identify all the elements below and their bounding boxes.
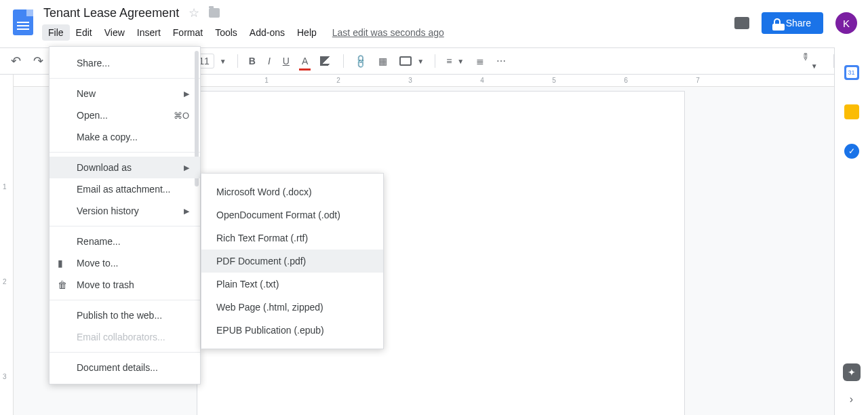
submenu-item-rtf[interactable]: Rich Text Format (.rtf) <box>201 226 383 250</box>
menu-insert[interactable]: Insert <box>131 24 167 41</box>
separator <box>343 54 344 68</box>
menu-edit[interactable]: Edit <box>70 24 98 41</box>
menu-item-email-collaborators: Email collaborators... <box>50 326 200 348</box>
submenu-item-epub[interactable]: EPUB Publication (.epub) <box>201 319 383 342</box>
share-label: Share <box>786 18 811 28</box>
line-spacing-button[interactable]: ≣ <box>472 53 488 69</box>
ruler-tick: 2 <box>3 278 7 285</box>
menu-separator <box>50 226 200 226</box>
star-icon[interactable]: ☆ <box>189 5 199 20</box>
menu-item-open[interactable]: Open...⌘O <box>50 104 200 126</box>
insert-link-button[interactable]: 🔗 <box>348 48 373 73</box>
header: Tenant Lease Agreement ☆ File Edit View … <box>0 0 868 47</box>
menu-item-make-copy[interactable]: Make a copy... <box>50 126 200 148</box>
account-avatar[interactable]: K <box>835 12 857 34</box>
menu-item-share[interactable]: Share... <box>50 52 200 74</box>
insert-comment-button[interactable]: ▦ <box>374 53 391 69</box>
menu-separator <box>50 78 200 79</box>
underline-button[interactable]: U <box>279 53 294 69</box>
rail-bottom: ✦ › <box>843 363 861 406</box>
comments-icon[interactable] <box>734 17 749 29</box>
tasks-icon[interactable] <box>844 144 859 159</box>
more-toolbar-button[interactable]: ⋯ <box>492 53 511 69</box>
menu-addons[interactable]: Add-ons <box>243 24 291 41</box>
title-row: Tenant Lease Agreement ☆ <box>38 5 734 20</box>
menu-item-document-details[interactable]: Document details... <box>50 357 200 378</box>
docs-logo-icon[interactable] <box>13 9 33 35</box>
menu-help[interactable]: Help <box>291 24 323 41</box>
menu-format[interactable]: Format <box>167 24 209 41</box>
highlight-icon <box>320 56 332 66</box>
keyboard-shortcut: ⌘O <box>174 111 189 121</box>
folder-icon: ▮ <box>58 258 63 269</box>
hide-side-panel-button[interactable]: › <box>850 393 853 406</box>
explore-button[interactable]: ✦ <box>843 363 861 381</box>
submenu-item-txt[interactable]: Plain Text (.txt) <box>201 273 383 296</box>
menu-separator <box>50 352 200 353</box>
ruler-tick: 1 <box>3 183 7 191</box>
document-title[interactable]: Tenant Lease Agreement <box>43 6 179 20</box>
menu-view[interactable]: View <box>98 24 131 41</box>
separator <box>237 54 238 68</box>
ruler-number: 1 <box>231 77 302 84</box>
chevron-down-icon: ▼ <box>220 58 226 65</box>
ruler-number: 5 <box>518 77 590 84</box>
download-as-submenu: Microsoft Word (.docx) OpenDocument Form… <box>201 173 384 349</box>
chevron-down-icon: ▼ <box>811 62 818 70</box>
calendar-icon[interactable] <box>844 65 859 80</box>
menu-item-move-to-trash[interactable]: 🗑Move to trash <box>50 274 200 296</box>
ruler-number: 3 <box>374 77 446 84</box>
menu-tools[interactable]: Tools <box>209 24 243 41</box>
menu-item-new[interactable]: New▶ <box>50 83 200 104</box>
chevron-down-icon: ▼ <box>417 58 424 65</box>
submenu-arrow-icon: ▶ <box>184 163 189 172</box>
side-panel-rail: ✦ › <box>834 47 868 415</box>
menu-separator <box>50 152 200 153</box>
keep-icon[interactable] <box>844 104 859 119</box>
redo-button[interactable]: ↷ <box>29 51 47 71</box>
menu-item-email-attachment[interactable]: Email as attachment... <box>50 178 200 200</box>
folder-icon[interactable] <box>209 8 220 18</box>
menu-bar: File Edit View Insert Format Tools Add-o… <box>38 20 734 46</box>
submenu-arrow-icon: ▶ <box>184 207 189 216</box>
bold-button[interactable]: B <box>245 53 260 69</box>
menu-item-move-to[interactable]: ▮Move to... <box>50 252 200 274</box>
highlight-button[interactable] <box>316 54 336 68</box>
menu-item-version-history[interactable]: Version history▶ <box>50 200 200 222</box>
align-button[interactable]: ≡▼ <box>442 53 468 69</box>
ruler-number: 6 <box>590 77 662 84</box>
menu-item-download-as[interactable]: Download as▶ <box>50 157 200 178</box>
ruler-number: 4 <box>446 77 518 84</box>
vertical-ruler: 1 2 3 <box>0 75 14 415</box>
ruler-number: 7 <box>662 77 734 84</box>
text-color-button[interactable]: A <box>298 53 312 69</box>
submenu-item-docx[interactable]: Microsoft Word (.docx) <box>201 180 383 203</box>
undo-button[interactable]: ↶ <box>7 51 25 71</box>
last-edit-link[interactable]: Last edit was seconds ago <box>332 27 444 38</box>
italic-button[interactable]: I <box>264 53 275 69</box>
ruler-number: 2 <box>302 77 374 84</box>
share-button[interactable]: Share <box>762 12 823 34</box>
trash-icon: 🗑 <box>58 279 67 290</box>
app-logo-wrap <box>8 5 38 35</box>
separator <box>435 54 435 68</box>
chevron-down-icon: ▼ <box>457 58 464 65</box>
menu-item-publish[interactable]: Publish to the web... <box>50 304 200 326</box>
file-menu-dropdown: Share... New▶ Open...⌘O Make a copy... D… <box>49 46 201 384</box>
header-right: Share K <box>734 5 860 34</box>
insert-image-button[interactable]: ▼ <box>395 54 428 68</box>
ruler-tick: 3 <box>3 373 7 380</box>
menu-item-rename[interactable]: Rename... <box>50 231 200 252</box>
submenu-arrow-icon: ▶ <box>184 90 189 98</box>
image-icon <box>399 56 412 66</box>
submenu-item-pdf[interactable]: PDF Document (.pdf) <box>201 250 383 273</box>
menu-file[interactable]: File <box>42 24 70 41</box>
menu-separator <box>50 300 200 300</box>
editing-mode-button[interactable]: ✎▼ <box>794 45 826 77</box>
title-area: Tenant Lease Agreement ☆ File Edit View … <box>38 5 734 46</box>
submenu-item-odt[interactable]: OpenDocument Format (.odt) <box>201 203 383 226</box>
lock-icon <box>774 18 781 25</box>
submenu-item-html[interactable]: Web Page (.html, zipped) <box>201 296 383 319</box>
